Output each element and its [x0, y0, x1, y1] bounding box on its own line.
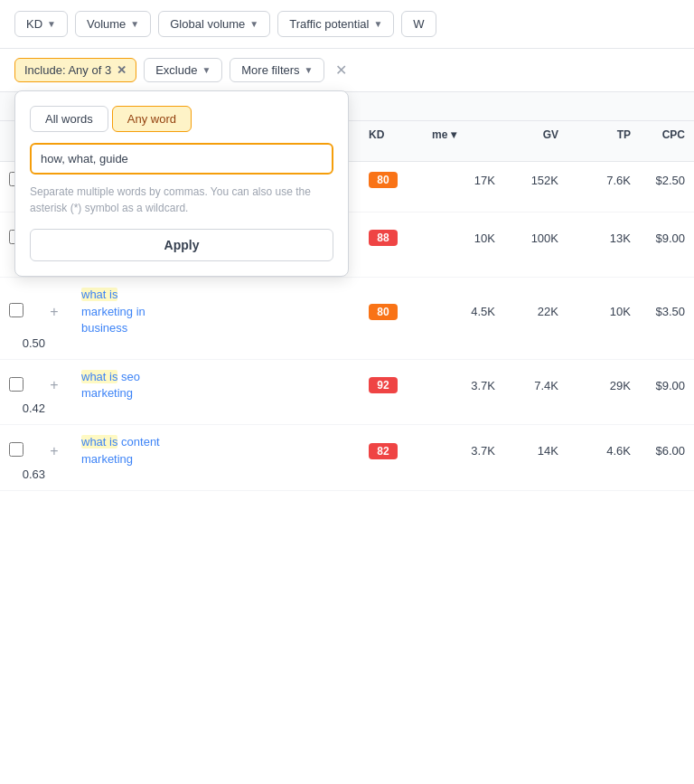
kd-filter-btn[interactable]: KD ▼: [14, 11, 68, 37]
row4-kd-badge: 92: [369, 377, 398, 393]
row4-keyword-link[interactable]: what is seomarketing: [81, 370, 140, 400]
row1-gv: 152K: [495, 174, 558, 187]
tp-col-header: TP: [558, 128, 631, 141]
row4-add-btn[interactable]: +: [45, 376, 63, 394]
row3-kd-badge: 80: [369, 304, 398, 320]
row3-gv: 22K: [495, 305, 558, 318]
row4-tp: 29K: [558, 379, 631, 392]
row5-keyword-link[interactable]: what is contentmarketing: [81, 435, 160, 465]
apply-button[interactable]: Apply: [30, 229, 333, 261]
row4-gv: 7.4K: [495, 379, 558, 392]
row5-cpc: $6.00: [631, 444, 685, 458]
kd-col-header: KD: [369, 128, 432, 141]
global-volume-chevron-icon: ▼: [249, 19, 258, 29]
table-row: + what is seomarketing 92 3.7K 7.4K 29K …: [0, 360, 694, 425]
include-dropdown-popup: All words Any word Separate multiple wor…: [14, 90, 349, 277]
row3-tp: 10K: [558, 305, 631, 318]
row2-tp: 13K: [558, 231, 631, 245]
row2-kd-badge: 88: [369, 230, 398, 246]
row5-volume: 3.7K: [432, 444, 495, 458]
row2-gv: 100K: [495, 231, 558, 245]
keyword-filter-input[interactable]: [30, 143, 333, 175]
volume-col-header[interactable]: me ▾: [432, 128, 495, 141]
exclude-chevron-icon: ▼: [202, 65, 211, 75]
all-words-toggle[interactable]: All words: [30, 106, 108, 132]
exclude-btn[interactable]: Exclude ▼: [144, 58, 222, 82]
row5-checkbox[interactable]: [9, 442, 23, 457]
clear-all-btn[interactable]: ✕: [332, 58, 351, 82]
include-clear-icon[interactable]: ✕: [117, 63, 127, 77]
row3-checkbox[interactable]: [9, 303, 23, 317]
filter-hint-text: Separate multiple words by commas. You c…: [30, 184, 333, 216]
any-word-toggle[interactable]: Any word: [112, 106, 192, 132]
w-filter-btn[interactable]: W: [401, 11, 436, 37]
row1-kd-badge: 80: [369, 172, 398, 188]
row3-volume: 4.5K: [432, 305, 495, 318]
row1-volume: 17K: [432, 174, 495, 187]
row3-cps: 0.50: [9, 336, 45, 350]
global-volume-filter-btn[interactable]: Global volume ▼: [158, 11, 270, 37]
row2-cpc: $9.00: [631, 231, 685, 245]
row1-tp: 7.6K: [558, 174, 631, 187]
row4-cps: 0.42: [9, 401, 45, 415]
traffic-potential-filter-btn[interactable]: Traffic potential ▼: [277, 11, 394, 37]
row5-kd-badge: 82: [369, 443, 398, 459]
row5-gv: 14K: [495, 444, 558, 458]
word-toggle-group: All words Any word: [30, 106, 333, 132]
row2-volume: 10K: [432, 231, 495, 245]
gv-col-header: GV: [495, 128, 558, 141]
table-row: + what is contentmarketing 82 3.7K 14K 4…: [0, 425, 694, 490]
row5-add-btn[interactable]: +: [45, 442, 63, 460]
cpc-col-header: CPC: [631, 128, 685, 141]
row3-cpc: $3.50: [631, 305, 685, 318]
kd-chevron-icon: ▼: [47, 19, 56, 29]
table-row: + what ismarketing inbusiness 80 4.5K 22…: [0, 278, 694, 360]
include-tag[interactable]: Include: Any of 3 ✕: [14, 58, 136, 82]
volume-filter-btn[interactable]: Volume ▼: [75, 11, 151, 37]
row4-volume: 3.7K: [432, 379, 495, 392]
row3-add-btn[interactable]: +: [45, 303, 63, 321]
row5-cps: 0.63: [9, 468, 45, 481]
traffic-potential-chevron-icon: ▼: [373, 19, 382, 29]
row3-keyword-link[interactable]: what ismarketing inbusiness: [81, 288, 145, 334]
volume-chevron-icon: ▼: [130, 19, 139, 29]
row4-cpc: $9.00: [631, 379, 685, 392]
include-bar: Include: Any of 3 ✕ Exclude ▼ More filte…: [0, 49, 694, 92]
more-filters-btn[interactable]: More filters ▼: [230, 58, 324, 82]
row1-cpc: $2.50: [631, 174, 685, 187]
more-filters-chevron-icon: ▼: [305, 65, 314, 75]
row4-checkbox[interactable]: [9, 377, 23, 392]
filter-bar: KD ▼ Volume ▼ Global volume ▼ Traffic po…: [0, 0, 694, 49]
row5-tp: 4.6K: [558, 444, 631, 458]
